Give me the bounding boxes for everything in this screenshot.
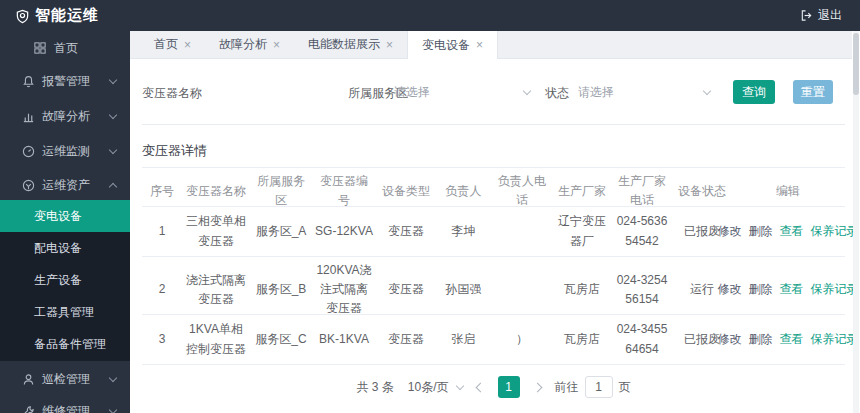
cell-code: BK-1KVA: [312, 315, 376, 364]
tab-label: 电能数据展示: [308, 36, 380, 53]
goto-page: 前往 页: [555, 376, 631, 398]
chevron-down-icon: [109, 111, 117, 119]
sidebar-item-alarm-management[interactable]: 报警管理: [0, 66, 130, 96]
chevron-down-icon: [703, 86, 711, 94]
cell-maker: 辽宁变压器厂: [553, 207, 611, 256]
sidebar-label: 运维监测: [42, 143, 90, 160]
logout-icon: [800, 9, 813, 22]
main-content: 变压器名称 所属服务区 请选择 状态 请选择 查询 重置 变压器详情 序号 变压…: [130, 59, 852, 413]
maintenance-record-link[interactable]: 保养记录: [811, 222, 859, 241]
tab-power-data-display[interactable]: 电能数据展示 ×: [294, 31, 407, 58]
chevron-down-icon: [109, 374, 117, 382]
view-link[interactable]: 查看: [780, 330, 804, 349]
pagination-total: 共 3 条: [356, 379, 393, 396]
modify-link[interactable]: 修改: [718, 222, 742, 241]
cell-maker-phone: 024-345564654: [611, 315, 673, 364]
tab-substation-equipment[interactable]: 变电设备 ×: [407, 31, 498, 59]
cell-area: 服务区_C: [250, 315, 312, 364]
scrollbar-thumb[interactable]: [853, 33, 859, 95]
tab-label: 变电设备: [422, 37, 470, 54]
table-row: 1 三相变单相变压器 服务区_A SG-12KVA 变压器 李坤 辽宁变压器厂 …: [142, 207, 845, 257]
view-link[interactable]: 查看: [780, 222, 804, 241]
delete-link[interactable]: 删除: [749, 280, 773, 299]
app-title: 智能运维: [35, 6, 99, 25]
divider: [142, 124, 845, 125]
sidebar-item-distribution-equipment[interactable]: 配电设备: [0, 232, 130, 264]
cell-actions: 修改 删除 查看 保养记录: [731, 315, 845, 364]
sidebar-item-repair-management[interactable]: 维修管理: [0, 396, 130, 413]
table-header-row: 序号 变压器名称 所属服务区 变压器编号 设备类型 负责人 负责人电话 生产厂家…: [142, 167, 845, 207]
delete-link[interactable]: 删除: [749, 222, 773, 241]
sidebar-item-home[interactable]: 首页: [0, 33, 130, 63]
logout-button[interactable]: 退出: [800, 7, 860, 24]
submenu-label: 工器具管理: [34, 304, 94, 321]
submenu-label: 备品备件管理: [34, 336, 106, 353]
cell-phone: [491, 207, 553, 256]
table-row: 2 浇注式隔离变压器 服务区_B 120KVA浇注式隔离变压器 变压器 孙国强 …: [142, 257, 845, 315]
page-unit-label: 页: [619, 379, 631, 396]
sidebar-item-ops-monitoring[interactable]: 运维监测: [0, 136, 130, 166]
page-number-button[interactable]: 1: [498, 376, 520, 398]
dashboard-icon: [34, 42, 47, 55]
service-area-select[interactable]: 请选择: [394, 79, 530, 105]
tab-close-icon[interactable]: ×: [184, 39, 191, 51]
tab-bar: 首页 × 故障分析 × 电能数据展示 × 变电设备 ×: [130, 31, 852, 59]
sidebar-submenu-assets: 变电设备 配电设备 生产设备 工器具管理 备品备件管理: [0, 200, 130, 361]
modify-link[interactable]: 修改: [718, 330, 742, 349]
cell-type: 变压器: [376, 257, 436, 323]
view-link[interactable]: 查看: [780, 280, 804, 299]
page-size-select[interactable]: 10条/页: [408, 379, 463, 396]
submenu-label: 生产设备: [34, 272, 82, 289]
cell-actions: 修改 删除 查看 保养记录: [731, 257, 845, 323]
transformer-name-input[interactable]: [218, 79, 336, 105]
goto-label: 前往: [555, 379, 579, 396]
query-button[interactable]: 查询: [733, 80, 775, 104]
sidebar-item-production-equipment[interactable]: 生产设备: [0, 264, 130, 296]
cell-person: 孙国强: [436, 257, 491, 323]
goto-page-input[interactable]: [585, 376, 613, 398]
tab-label: 首页: [154, 36, 178, 53]
bar-chart-icon: [22, 110, 35, 123]
modify-link[interactable]: 修改: [718, 280, 742, 299]
vertical-scrollbar[interactable]: [853, 31, 859, 413]
cell-person: 张启: [436, 315, 491, 364]
sidebar-item-ops-assets[interactable]: 运维资产: [0, 170, 130, 200]
cell-code: SG-12KVA: [312, 207, 376, 256]
sidebar-item-tool-management[interactable]: 工器具管理: [0, 296, 130, 328]
maintenance-record-link[interactable]: 保养记录: [811, 280, 859, 299]
reset-button[interactable]: 重置: [793, 80, 833, 104]
next-page-icon[interactable]: [532, 382, 542, 392]
tab-home[interactable]: 首页 ×: [140, 31, 205, 58]
submenu-label: 配电设备: [34, 240, 82, 257]
status-select[interactable]: 请选择: [578, 79, 710, 105]
sidebar-item-inspection-management[interactable]: 巡检管理: [0, 364, 130, 394]
cell-maker: 瓦房店: [553, 315, 611, 364]
transformer-name-label: 变压器名称: [142, 85, 202, 102]
cell-actions: 修改 删除 查看 保养记录: [731, 207, 845, 256]
tab-close-icon[interactable]: ×: [386, 39, 393, 51]
sidebar-label: 运维资产: [42, 177, 90, 194]
gauge-icon: [22, 145, 35, 158]
cell-maker: 瓦房店: [553, 257, 611, 323]
cell-no: 1: [142, 207, 182, 256]
delete-link[interactable]: 删除: [749, 330, 773, 349]
sidebar-home-label: 首页: [54, 40, 78, 57]
tab-label: 故障分析: [219, 36, 267, 53]
chevron-down-icon: [455, 381, 463, 389]
sidebar-item-fault-analysis[interactable]: 故障分析: [0, 101, 130, 131]
tab-close-icon[interactable]: ×: [273, 39, 280, 51]
asset-coin-icon: [22, 179, 35, 192]
sidebar-item-substation-equipment[interactable]: 变电设备: [0, 200, 130, 232]
tab-fault-analysis[interactable]: 故障分析 ×: [205, 31, 294, 58]
sidebar-item-spare-parts-management[interactable]: 备品备件管理: [0, 328, 130, 360]
cell-no: 2: [142, 257, 182, 323]
sidebar-label: 巡检管理: [42, 371, 90, 388]
prev-page-icon[interactable]: [475, 382, 485, 392]
chevron-down-icon: [523, 86, 531, 94]
tab-close-icon[interactable]: ×: [476, 39, 483, 51]
wrench-icon: [22, 405, 35, 413]
cell-name: 1KVA单相控制变压器: [182, 315, 250, 364]
cell-phone: [491, 257, 553, 323]
maintenance-record-link[interactable]: 保养记录: [811, 330, 859, 349]
sidebar-label: 报警管理: [42, 73, 90, 90]
